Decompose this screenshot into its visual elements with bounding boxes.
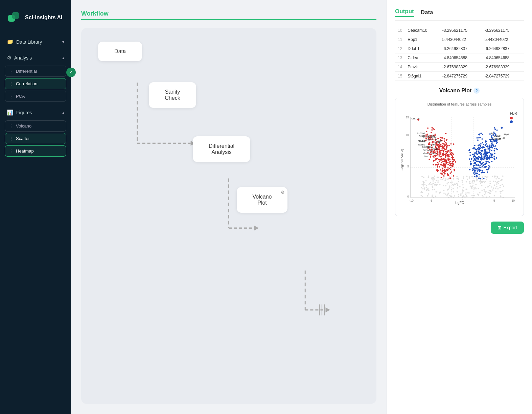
sidebar: Sci-Insights AI < 📁 Data Library ▾ ⚙ Ana… [0,0,71,414]
svg-point-721 [491,141,493,143]
svg-point-771 [480,133,482,134]
svg-point-550 [435,159,436,161]
tab-output[interactable]: Output [395,8,414,17]
tab-data[interactable]: Data [421,9,433,16]
sidebar-item-differential[interactable]: ⋮ Differential [5,66,66,77]
sidebar-item-pca[interactable]: ⋮ PCA [5,91,66,102]
figures-header[interactable]: 📊 Figures ▴ [0,106,71,119]
svg-point-255 [502,176,504,177]
svg-point-160 [435,191,437,193]
svg-point-954 [478,161,479,162]
workflow-node-volcano-plot[interactable]: ⚙ VolcanoPlot [237,187,287,213]
svg-point-875 [492,154,493,155]
drag-handle-icon: ⋮ [9,94,13,99]
svg-point-552 [433,141,435,143]
svg-text:5: 5 [407,165,409,168]
svg-point-104 [449,185,450,187]
svg-point-80 [428,193,429,195]
svg-point-907 [476,173,477,174]
svg-point-593 [443,165,444,167]
svg-point-262 [445,193,446,195]
svg-point-56 [424,184,425,185]
svg-point-297 [429,184,430,185]
svg-point-702 [489,144,490,146]
svg-point-834 [472,154,473,155]
svg-point-765 [486,141,487,142]
svg-text:Ddah1: Ddah1 [418,143,425,146]
svg-point-580 [441,159,442,161]
svg-rect-1 [12,12,19,19]
svg-point-856 [494,129,496,130]
svg-point-188 [495,191,496,192]
logo-icon [7,10,22,25]
svg-point-466 [439,143,440,144]
svg-text:Orm1: Orm1 [424,155,430,158]
svg-point-743 [474,174,476,175]
svg-point-640 [445,154,446,155]
svg-point-763 [481,138,483,140]
svg-point-554 [429,144,430,145]
data-library-header[interactable]: 📁 Data Library ▾ [0,35,71,48]
svg-point-57 [457,187,458,189]
svg-point-216 [494,195,495,197]
help-icon[interactable]: ? [473,88,480,94]
svg-text:0: 0 [462,199,464,202]
analysis-header[interactable]: ⚙ Analysis ▴ [0,51,71,64]
svg-point-777 [477,139,479,141]
svg-text:-log10(P Value): -log10(P Value) [400,149,404,170]
svg-point-940 [484,172,485,173]
collapse-button[interactable]: < [66,68,76,77]
svg-point-476 [450,153,451,155]
svg-point-294 [431,184,432,185]
svg-point-154 [460,193,462,194]
export-button[interactable]: ⊞ Export [491,222,524,234]
svg-point-484 [448,150,449,151]
svg-point-686 [486,157,487,158]
svg-point-670 [475,152,476,154]
workflow-node-sanity-check[interactable]: SanityCheck [149,82,196,108]
svg-point-226 [437,177,438,178]
svg-point-642 [443,158,445,160]
svg-point-186 [484,182,485,183]
svg-point-44 [487,176,489,178]
svg-point-430 [444,140,445,142]
settings-icon[interactable]: ⚙ [281,190,285,195]
svg-point-945 [489,157,490,158]
svg-text:Cited1: Cited1 [431,143,437,146]
svg-point-197 [486,197,487,198]
svg-point-605 [442,168,443,169]
svg-point-672 [482,170,483,171]
svg-point-193 [496,182,498,183]
svg-point-638 [453,143,455,145]
svg-point-775 [483,144,484,145]
workflow-node-differential-analysis[interactable]: DifferentialAnalysis [193,136,250,162]
svg-point-524 [431,132,432,133]
sidebar-item-heatmap[interactable]: ⋮ Heatmap [5,145,66,157]
svg-point-599 [444,172,446,174]
svg-point-879 [489,149,490,151]
sidebar-item-scatter[interactable]: ⋮ Scatter [5,133,66,144]
svg-point-171 [469,185,471,187]
svg-point-407 [453,175,454,177]
sidebar-item-correlation[interactable]: ⋮ Correlation [5,78,66,89]
svg-point-917 [476,161,477,162]
svg-point-925 [487,171,488,173]
svg-point-916 [480,178,481,179]
svg-point-239 [448,188,449,190]
sidebar-item-volcano[interactable]: ⋮ Volcano [5,120,66,132]
svg-point-234 [478,188,479,189]
svg-point-947 [486,151,488,153]
workflow-node-data[interactable]: Data [98,42,142,61]
svg-point-615 [445,164,446,165]
svg-point-888 [491,157,493,158]
svg-point-570 [446,169,447,170]
svg-point-887 [491,142,492,144]
svg-point-496 [450,161,451,162]
svg-point-175 [490,190,491,191]
app-logo: Sci-Insights AI [0,7,71,35]
svg-point-205 [420,192,422,193]
sidebar-section-data-library: 📁 Data Library ▾ [0,35,71,48]
svg-point-131 [445,178,446,180]
svg-point-218 [490,183,491,184]
svg-point-577 [447,164,449,165]
